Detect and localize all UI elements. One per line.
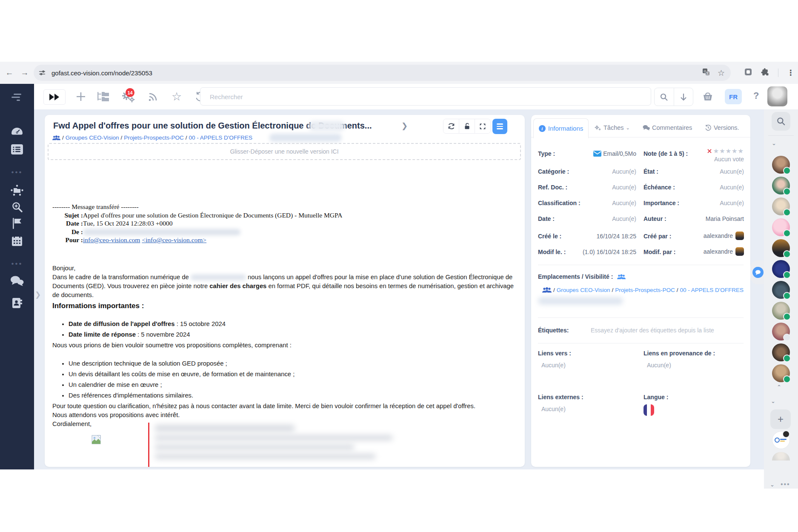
site-info-icon[interactable] — [39, 69, 46, 76]
unlock-button[interactable] — [459, 119, 475, 133]
sidebar-more-icon[interactable]: ••• — [0, 168, 34, 177]
empl-link-projets[interactable]: Projets-Prospects-POC — [615, 287, 675, 293]
list-item: Une description technique de la solution… — [69, 359, 517, 368]
contacts-search-button[interactable] — [772, 112, 790, 131]
list-item: Date limite de réponse : 5 novembre 2024 — [69, 330, 517, 339]
dropzone[interactable]: Glisser-Déposer une nouvelle version ICI — [48, 143, 521, 160]
chat-pull-tab[interactable] — [750, 260, 765, 284]
search-submit-button[interactable] — [655, 88, 674, 106]
chevron-up-icon[interactable]: ⌃ — [777, 384, 781, 390]
avatar[interactable] — [772, 218, 790, 236]
empl-link-appels[interactable]: 00 - APPELS D'OFFRES — [680, 287, 744, 293]
help-button[interactable]: ? — [753, 90, 759, 101]
breadcrumb-link-appels[interactable]: 00 - APPELS D'OFFRES — [189, 134, 252, 141]
etiquettes-input[interactable]: Essayez d'ajouter des étiquettes depuis … — [591, 327, 714, 334]
language-button[interactable]: FR — [725, 89, 742, 104]
chevron-down-icon[interactable]: ⌄ — [771, 398, 775, 404]
favorites-star-icon[interactable]: ☆ — [167, 84, 186, 109]
email-icon — [593, 151, 601, 157]
sidebar-contacts-icon[interactable] — [0, 297, 34, 309]
notifications-badge[interactable]: 14 — [126, 88, 134, 97]
liens-vers-value: Aucun(e) — [541, 362, 566, 369]
paragraph-2: Nous vous prions de bien vouloir soumett… — [52, 341, 517, 350]
etat-value: Aucun(e) — [720, 168, 744, 175]
modif-le-value: (1.0) 16/10/24 18:25 — [583, 249, 636, 255]
avatar[interactable] — [772, 364, 790, 382]
add-button[interactable] — [72, 84, 89, 109]
avatar[interactable] — [772, 452, 790, 460]
search-input[interactable] — [200, 88, 638, 106]
extension-icon[interactable] — [744, 68, 752, 78]
liens-prov-value: Aucun(e) — [647, 362, 671, 369]
avatar[interactable] — [772, 197, 790, 215]
sidebar-flag-icon[interactable] — [0, 218, 34, 229]
browser-forward-icon[interactable]: → — [18, 66, 31, 80]
redacted-blur — [191, 275, 246, 280]
chevron-down-icon[interactable]: ⌄ — [770, 481, 775, 488]
to-label: Pour : — [52, 236, 83, 244]
avatar[interactable] — [772, 281, 790, 299]
rss-icon[interactable] — [144, 84, 163, 109]
download-arrow-button[interactable] — [674, 88, 693, 106]
sidebar-more2-icon[interactable]: ••• — [0, 260, 34, 268]
empl-link-groupes[interactable]: Groupes CEO-Vision — [557, 287, 610, 293]
to-email-bracket-link[interactable]: <info@ceo-vision.com> — [142, 236, 206, 243]
sidebar-list-icon[interactable] — [0, 144, 34, 154]
status-dot — [783, 355, 791, 362]
folder-tree-icon[interactable] — [94, 84, 113, 109]
avatar[interactable] — [772, 260, 790, 278]
bookmark-star-icon[interactable]: ☆ — [718, 68, 725, 78]
browser-back-icon[interactable]: ← — [3, 66, 16, 80]
tab-taches[interactable]: Tâches ⌄ — [594, 118, 630, 137]
to-email-link[interactable]: info@ceo-vision.com — [83, 236, 140, 243]
avatar[interactable] — [772, 177, 790, 194]
more-options-icon[interactable]: ••• — [781, 481, 790, 488]
breadcrumb-separator: / — [186, 134, 187, 141]
tab-informations[interactable]: i Informations — [533, 118, 589, 138]
note-stars[interactable]: ★★★★★ — [707, 147, 744, 155]
divider — [538, 343, 744, 343]
clear-vote-icon[interactable] — [707, 149, 712, 153]
url-text[interactable]: gofast.ceo-vision.com/node/235053 — [51, 69, 152, 77]
tab-versions[interactable]: Versions. — [705, 118, 739, 137]
document-menu-button[interactable] — [492, 119, 507, 134]
tab-commentaires[interactable]: Commentaires — [643, 118, 692, 137]
breadcrumb-link-groupes[interactable]: Groupes CEO-Vision — [66, 134, 119, 141]
refresh-button[interactable] — [443, 119, 459, 133]
avatar[interactable] — [772, 343, 790, 361]
search-field[interactable] — [200, 87, 651, 106]
chevron-down-icon[interactable]: ⌄ — [772, 140, 776, 146]
title-expand-chevron[interactable]: ❯ — [401, 121, 408, 131]
status-dot — [783, 313, 791, 320]
extensions-puzzle-icon[interactable] — [761, 68, 769, 78]
modif-par-value[interactable]: aalexandre — [704, 247, 744, 256]
avatar[interactable] — [772, 156, 790, 174]
user-avatar[interactable] — [767, 86, 787, 106]
cree-par-value[interactable]: aalexandre — [704, 232, 744, 240]
basket-icon[interactable] — [698, 84, 718, 109]
translate-icon[interactable]: G 文 — [702, 68, 710, 77]
browser-menu-icon[interactable]: ⋮ — [787, 68, 795, 77]
sidebar-shared-folder-icon[interactable] — [0, 184, 34, 196]
avatar[interactable] — [772, 323, 790, 340]
breadcrumb-link-projets[interactable]: Projets-Prospects-POC — [124, 134, 183, 141]
status-dot — [783, 292, 791, 300]
fast-forward-button[interactable] — [43, 89, 66, 105]
avatar[interactable] — [772, 302, 790, 320]
liens-ext-value: Aucun(e) — [541, 406, 566, 412]
paragraph-4: Nous attendons vos propositions avec int… — [52, 411, 517, 420]
sidebar-chat-icon[interactable] — [0, 275, 34, 286]
add-contact-button[interactable]: + — [770, 409, 791, 429]
avatar[interactable] — [772, 431, 790, 449]
signature-divider — [148, 423, 149, 467]
sidebar-calendar-icon[interactable] — [0, 235, 34, 246]
content-area: ❯ Fwd Appel d'offres pour une solution d… — [34, 109, 798, 469]
sidebar-dashboard-icon[interactable] — [0, 126, 34, 137]
sidebar-advanced-search-icon[interactable] — [0, 201, 34, 212]
sidebar-menu-icon[interactable] — [0, 93, 34, 101]
fullscreen-button[interactable] — [475, 119, 490, 133]
avatar[interactable] — [772, 239, 790, 257]
panel-expand-chevron[interactable]: ❯ — [35, 290, 41, 299]
browser-address-bar[interactable]: gofast.ceo-vision.com/node/235053 G 文 ☆ — [34, 65, 731, 81]
french-flag-icon — [644, 404, 654, 416]
